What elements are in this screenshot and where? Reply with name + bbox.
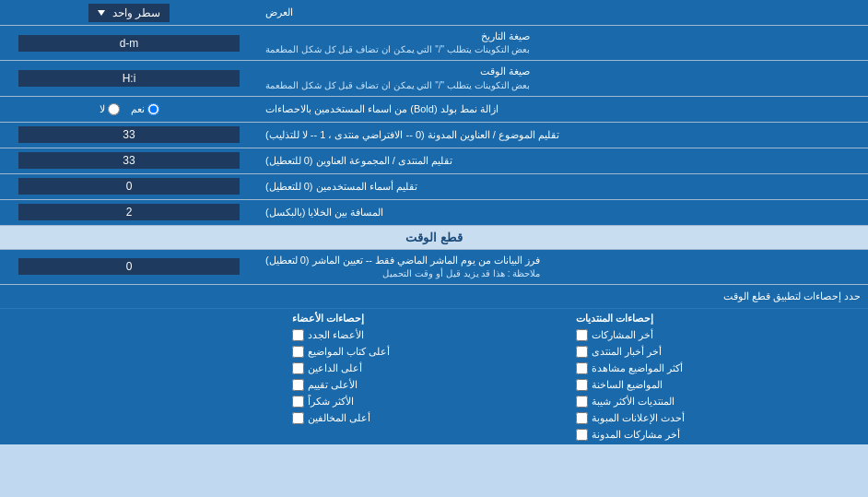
usernames-row: تقليم أسماء المستخدمين (0 للتعطيل) — [0, 174, 868, 200]
col2-header-text: إحصاءات الأعضاء — [292, 313, 364, 325]
limit-label-row: حدد إحصاءات لتطبيق قطع الوقت — [0, 285, 868, 309]
chk-forum-news-input[interactable] — [576, 346, 588, 358]
cell-spacing-label: المسافة بين الخلايا (بالبكسل) — [258, 200, 868, 225]
col1-header-text: إحصاءات المنتديات — [576, 313, 653, 325]
date-format-title: صيغة التاريخ — [265, 30, 530, 43]
chk-top-inviters-label: أعلى الداعين — [308, 362, 362, 374]
chk-top-writers-label: أعلى كتاب المواضيع — [308, 346, 390, 358]
time-format-input[interactable] — [18, 70, 240, 87]
checkboxes-area: إحصاءات المنتديات أخر المشاركات أخر أخبا… — [0, 309, 868, 444]
forum-title-input-cell — [0, 148, 258, 173]
date-format-input[interactable] — [18, 35, 240, 52]
chk-top-rated: الأعلى تقييم — [292, 379, 577, 391]
display-mode-label: العرض — [258, 0, 868, 25]
time-format-row: صيغة الوقت بعض التكوينات يتطلب "/" التي … — [0, 61, 868, 96]
chk-last-posts-input[interactable] — [576, 329, 588, 341]
main-container: العرض سطر واحد صيغة التاريخ بعض التكوينا… — [0, 0, 868, 444]
forum-title-label: تقليم المنتدى / المجموعة العناوين (0 للت… — [258, 148, 868, 173]
limit-label: حدد إحصاءات لتطبيق قطع الوقت — [0, 288, 868, 305]
bold-no-radio[interactable] — [108, 103, 120, 115]
forum-title-row: تقليم المنتدى / المجموعة العناوين (0 للت… — [0, 148, 868, 174]
chk-top-writers-input[interactable] — [292, 346, 304, 358]
cutoff-days-row: فرز البيانات من يوم الماشر الماضي فقط --… — [0, 250, 868, 285]
display-mode-row: العرض سطر واحد — [0, 0, 868, 26]
chk-blog-posts-input[interactable] — [576, 429, 588, 441]
cutoff-days-input[interactable] — [18, 258, 240, 275]
subject-title-input-cell — [0, 123, 258, 148]
usernames-input[interactable] — [18, 178, 240, 195]
chk-top-rated-input[interactable] — [292, 379, 304, 391]
date-format-row: صيغة التاريخ بعض التكوينات يتطلب "/" الت… — [0, 26, 868, 61]
dropdown-arrow-icon — [98, 10, 105, 16]
cutoff-days-input-cell — [0, 250, 258, 284]
bold-yes-radio[interactable] — [147, 103, 159, 115]
chk-top-writers: أعلى كتاب المواضيع — [292, 346, 577, 358]
date-format-label: صيغة التاريخ بعض التكوينات يتطلب "/" الت… — [258, 26, 868, 60]
chk-most-thanks: الأكثر شكراً — [292, 396, 577, 408]
chk-blog-posts: أخر مشاركات المدونة — [576, 429, 861, 441]
display-mode-input-cell: سطر واحد — [0, 0, 258, 25]
chk-popular-forums: المنتديات الأكثر شيبة — [576, 396, 861, 408]
chk-top-violators-input[interactable] — [292, 412, 304, 424]
chk-top-rated-label: الأعلى تقييم — [308, 379, 358, 391]
time-format-label: صيغة الوقت بعض التكوينات يتطلب "/" التي … — [258, 61, 868, 95]
chk-blog-posts-label: أخر مشاركات المدونة — [592, 429, 680, 441]
chk-top-inviters: أعلى الداعين — [292, 362, 577, 374]
chk-hot-topics-label: المواضيع الساخنة — [592, 379, 663, 391]
chk-most-viewed: أكثر المواضيع مشاهدة — [576, 362, 861, 374]
chk-top-inviters-input[interactable] — [292, 362, 304, 374]
col1-header: إحصاءات المنتديات — [576, 313, 861, 325]
chk-latest-ads-input[interactable] — [576, 412, 588, 424]
checkboxes-section: حدد إحصاءات لتطبيق قطع الوقت إحصاءات الم… — [0, 285, 868, 444]
subject-title-input[interactable] — [18, 126, 240, 143]
chk-forum-news: أخر أخبار المنتدى — [576, 346, 861, 358]
cell-spacing-row: المسافة بين الخلايا (بالبكسل) — [0, 200, 868, 226]
chk-popular-forums-label: المنتديات الأكثر شيبة — [592, 396, 674, 408]
chk-popular-forums-input[interactable] — [576, 396, 588, 408]
col3 — [7, 313, 292, 441]
cutoff-days-title: فرز البيانات من يوم الماشر الماضي فقط --… — [265, 254, 540, 267]
bold-remove-row: ازالة نمط بولد (Bold) من اسماء المستخدمي… — [0, 97, 868, 123]
forum-title-input[interactable] — [18, 152, 240, 169]
chk-most-thanks-label: الأكثر شكراً — [308, 396, 354, 408]
chk-new-members: الأعضاء الجدد — [292, 329, 577, 341]
bold-no-text: لا — [100, 103, 105, 115]
chk-latest-ads-label: أحدث الإعلانات المبوبة — [592, 412, 685, 424]
cell-spacing-input[interactable] — [18, 204, 240, 220]
date-format-note: بعض التكوينات يتطلب "/" التي يمكن ان تضا… — [265, 43, 530, 56]
cutoff-days-note: ملاحظة : هذا قد يزيد قيل أو وقت التحميل — [265, 267, 540, 280]
bold-remove-radio-cell: نعم لا — [0, 97, 258, 122]
chk-forum-news-label: أخر أخبار المنتدى — [592, 346, 662, 358]
chk-most-viewed-input[interactable] — [576, 362, 588, 374]
col2: إحصاءات الأعضاء الأعضاء الجدد أعلى كتاب … — [292, 313, 577, 441]
chk-new-members-input[interactable] — [292, 329, 304, 341]
chk-top-violators: أعلى المخالفين — [292, 412, 577, 424]
date-format-input-cell — [0, 26, 258, 60]
chk-top-violators-label: أعلى المخالفين — [308, 412, 370, 424]
chk-most-viewed-label: أكثر المواضيع مشاهدة — [592, 362, 683, 374]
chk-last-posts: أخر المشاركات — [576, 329, 861, 341]
chk-hot-topics-input[interactable] — [576, 379, 588, 391]
usernames-input-cell — [0, 174, 258, 199]
chk-hot-topics: المواضيع الساخنة — [576, 379, 861, 391]
bold-yes-text: نعم — [131, 103, 145, 115]
bold-no-label[interactable]: لا — [100, 103, 120, 115]
chk-last-posts-label: أخر المشاركات — [592, 329, 653, 341]
col1: إحصاءات المنتديات أخر المشاركات أخر أخبا… — [576, 313, 861, 441]
time-format-note: بعض التكوينات يتطلب "/" التي يمكن ان تضا… — [265, 79, 530, 92]
dropdown-value: سطر واحد — [112, 6, 160, 19]
chk-new-members-label: الأعضاء الجدد — [308, 329, 364, 341]
chk-most-thanks-input[interactable] — [292, 396, 304, 408]
display-mode-dropdown[interactable]: سطر واحد — [88, 4, 170, 22]
chk-latest-ads: أحدث الإعلانات المبوبة — [576, 412, 861, 424]
cutoff-section-header: قطع الوقت — [0, 226, 868, 250]
col2-header: إحصاءات الأعضاء — [292, 313, 577, 325]
usernames-label: تقليم أسماء المستخدمين (0 للتعطيل) — [258, 174, 868, 199]
time-format-title: صيغة الوقت — [265, 65, 530, 78]
time-format-input-cell — [0, 61, 258, 95]
subject-title-row: تقليم الموضوع / العناوين المدونة (0 -- ا… — [0, 123, 868, 148]
bold-yes-label[interactable]: نعم — [131, 103, 159, 115]
cutoff-days-label: فرز البيانات من يوم الماشر الماضي فقط --… — [258, 250, 868, 284]
cell-spacing-input-cell — [0, 200, 258, 225]
subject-title-label: تقليم الموضوع / العناوين المدونة (0 -- ا… — [258, 123, 868, 148]
